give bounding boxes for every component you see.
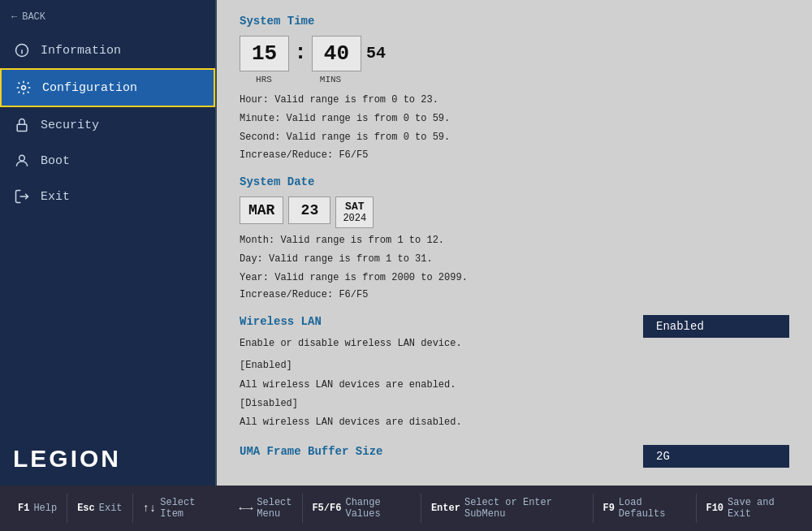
f1-key: F1	[18, 503, 29, 514]
logo-text: LEGION	[13, 445, 121, 473]
svg-point-3	[22, 86, 26, 90]
wireless-content: Wireless LAN Enable or disable wireless …	[240, 315, 643, 434]
uma-section: UMA Frame Buffer Size 2G	[240, 445, 789, 468]
sidebar-item-label: Information	[41, 44, 121, 58]
date-dayname-box: SAT 2024	[335, 196, 374, 228]
wireless-value-box[interactable]: Enabled	[643, 315, 789, 338]
brand-logo: LEGION	[0, 429, 215, 486]
date-info-3: Year: Valid range is from 2000 to 2099.	[240, 270, 789, 286]
sidebar-item-label: Exit	[41, 190, 70, 204]
wireless-enabled-label: [Enabled]	[240, 358, 643, 373]
bottom-f9: F9 Load Defaults	[593, 497, 695, 520]
time-info-2: Minute: Valid range is from 0 to 59.	[240, 111, 789, 127]
updown-arrow-icon: ↑↓	[142, 502, 156, 515]
wireless-value: Enabled	[656, 320, 704, 333]
select-menu-label: Select Menu	[257, 497, 292, 520]
main-content: System Time 15 : 40 54 HRS MINS Hour: Va…	[217, 0, 812, 486]
boot-icon	[13, 152, 31, 170]
wireless-enabled-desc: All wireless LAN devices are enabled.	[240, 378, 643, 393]
uma-content: UMA Frame Buffer Size	[240, 445, 382, 466]
enter-label: Select or Enter SubMenu	[464, 497, 583, 520]
bottom-bar: F1 Help Esc Exit ↑↓ Select Item ←→ Selec…	[0, 486, 812, 531]
wireless-disabled-label: [Disabled]	[240, 396, 643, 412]
date-info-2: Day: Valid range is from 1 to 31.	[240, 252, 789, 267]
bottom-select-item: ↑↓ Select Item	[132, 497, 205, 520]
sidebar-item-information[interactable]: Information	[0, 32, 215, 68]
bottom-enter: Enter Select or Enter SubMenu	[421, 497, 593, 520]
time-mins-value: 40	[324, 41, 349, 66]
f9-label: Load Defaults	[619, 497, 686, 520]
wireless-disabled-desc: All wireless LAN devices are disabled.	[240, 415, 643, 430]
date-day-name: SAT	[343, 201, 366, 213]
back-button[interactable]: ← BACK	[0, 6, 215, 28]
date-display: MAR 23 SAT 2024	[240, 196, 789, 228]
hrs-label: HRS	[240, 75, 288, 84]
sidebar-item-label: Security	[41, 119, 99, 132]
f10-key: F10	[706, 503, 723, 514]
sidebar-item-configuration[interactable]: Configuration	[0, 68, 215, 107]
date-increase: Increase/Reduce: F6/F5	[240, 289, 789, 300]
config-icon	[15, 79, 32, 97]
date-day-box[interactable]: 23	[288, 196, 330, 224]
date-year: 2024	[343, 213, 366, 224]
time-labels: HRS MINS	[240, 75, 789, 84]
nav-items: Information Configuration Security	[0, 32, 215, 429]
enter-key: Enter	[431, 503, 460, 514]
svg-point-5	[19, 155, 25, 161]
time-display: 15 : 40 54	[240, 36, 789, 71]
sidebar-item-label: Configuration	[42, 81, 137, 95]
date-day-value: 23	[301, 202, 319, 218]
date-month-value: MAR	[248, 202, 274, 218]
sidebar: ← BACK Information Configuration	[0, 0, 215, 486]
info-icon	[13, 41, 31, 59]
f1-label: Help	[33, 503, 57, 514]
time-mins-box[interactable]: 40	[312, 36, 361, 71]
wireless-lan-title: Wireless LAN	[240, 315, 643, 328]
bottom-f5f6: F5/F6 Change Values	[302, 497, 421, 520]
f9-key: F9	[603, 503, 614, 514]
time-seconds-value: 54	[365, 36, 387, 71]
date-info-1: Month: Valid range is from 1 to 12.	[240, 233, 789, 248]
time-info-1: Hour: Valid range is from 0 to 23.	[240, 93, 789, 108]
time-hours-value: 15	[252, 41, 277, 66]
sidebar-item-exit[interactable]: Exit	[0, 179, 215, 214]
system-date-title: System Date	[240, 175, 789, 188]
bottom-select-menu: ←→ Select Menu	[229, 497, 301, 520]
wireless-lan-section: Wireless LAN Enable or disable wireless …	[240, 315, 789, 434]
time-info-3: Second: Valid range is from 0 to 59.	[240, 130, 789, 145]
time-hours-box[interactable]: 15	[240, 36, 289, 71]
exit-icon	[13, 188, 31, 205]
mins-label: MINS	[306, 75, 355, 84]
time-increase: Increase/Reduce: F6/F5	[240, 149, 789, 161]
sidebar-item-security[interactable]: Security	[0, 107, 215, 143]
uma-title: UMA Frame Buffer Size	[240, 445, 382, 458]
time-colon: :	[292, 36, 309, 70]
bottom-esc: Esc Exit	[67, 503, 132, 514]
bottom-f1: F1 Help	[8, 503, 67, 514]
lock-icon	[13, 116, 31, 134]
wireless-desc: Enable or disable wireless LAN device.	[240, 336, 643, 352]
back-arrow-icon: ←	[11, 11, 17, 23]
date-month-box[interactable]: MAR	[240, 196, 283, 224]
leftright-arrow-icon: ←→	[239, 502, 253, 515]
f5f6-label: Change Values	[345, 497, 411, 520]
f5f6-key: F5/F6	[312, 503, 341, 514]
f10-label: Save and Exit	[728, 497, 794, 520]
sidebar-item-boot[interactable]: Boot	[0, 143, 215, 179]
select-item-label: Select Item	[160, 497, 195, 520]
uma-value-box[interactable]: 2G	[643, 445, 789, 468]
bottom-f10: F10 Save and Exit	[696, 497, 804, 520]
esc-key: Esc	[77, 503, 95, 514]
svg-rect-4	[17, 124, 27, 131]
uma-value: 2G	[656, 450, 670, 463]
system-time-title: System Time	[240, 15, 789, 28]
sidebar-item-label: Boot	[41, 154, 70, 168]
back-label: BACK	[22, 11, 45, 23]
esc-label: Exit	[99, 503, 123, 514]
